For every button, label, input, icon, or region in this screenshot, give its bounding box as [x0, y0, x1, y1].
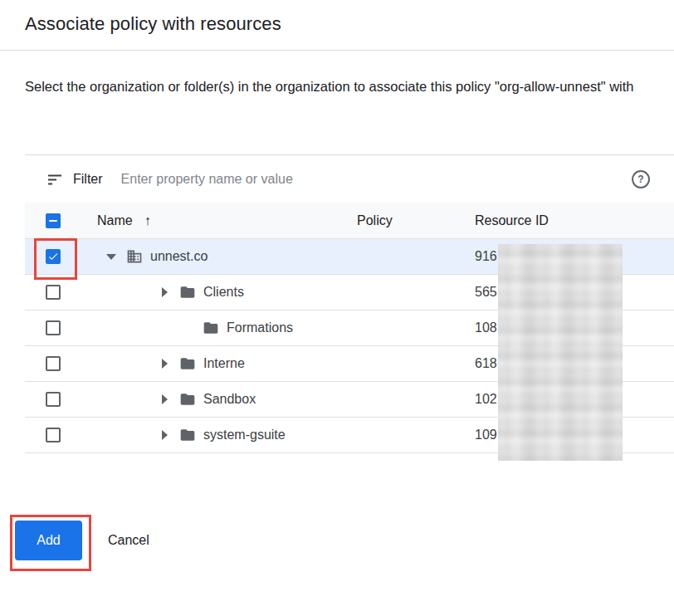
table-row[interactable]: unnest.co 916: [25, 239, 674, 275]
folder-icon: [179, 284, 196, 301]
cancel-button[interactable]: Cancel: [101, 521, 156, 560]
dialog-title: Associate policy with resources: [25, 13, 649, 35]
row-checkbox[interactable]: [46, 249, 61, 264]
row-checkbox[interactable]: [46, 392, 61, 407]
resource-id: 565: [475, 285, 497, 300]
table-row[interactable]: Sandbox 102: [25, 382, 674, 418]
table-header-row: Name ↑ Policy Resource ID: [25, 203, 674, 239]
sort-ascending-icon[interactable]: ↑: [144, 213, 151, 228]
filter-input[interactable]: [120, 171, 674, 188]
resource-name: Clients: [203, 285, 244, 300]
check-icon: [47, 251, 59, 262]
resource-id: 102: [475, 392, 497, 407]
table-row[interactable]: Interne 618: [25, 346, 674, 382]
expand-caret-icon[interactable]: [159, 287, 169, 297]
table-row[interactable]: Formations 108: [25, 310, 674, 346]
expand-caret-icon[interactable]: [159, 359, 169, 369]
folder-icon: [179, 355, 196, 372]
resource-name: Formations: [227, 320, 293, 335]
column-header-name[interactable]: Name: [97, 213, 133, 228]
select-all-cell: [25, 213, 83, 228]
folder-icon: [203, 320, 219, 336]
organization-icon: [126, 248, 143, 265]
collapse-caret-icon[interactable]: [106, 254, 116, 260]
expand-caret-icon[interactable]: [159, 394, 169, 404]
resource-table: Filter ? Name ↑ Policy Resource ID unnes…: [25, 154, 674, 453]
help-icon[interactable]: ?: [632, 170, 650, 188]
expand-caret-icon[interactable]: [159, 430, 169, 440]
resource-id: 618: [475, 356, 497, 371]
column-header-name-cell: Name ↑: [83, 213, 357, 228]
folder-icon: [179, 391, 196, 408]
resource-name: Interne: [203, 356, 245, 371]
dialog-description: Select the organization or folder(s) in …: [25, 74, 637, 99]
indeterminate-dash-icon: [49, 220, 57, 222]
resource-name: Sandbox: [203, 392, 256, 407]
filter-bar: Filter ?: [25, 154, 674, 203]
dialog-header: Associate policy with resources: [0, 0, 674, 51]
resource-name: unnest.co: [150, 249, 208, 264]
resource-id: 108: [475, 320, 497, 335]
table-row[interactable]: Clients 565: [25, 275, 674, 310]
row-checkbox[interactable]: [46, 320, 61, 335]
column-header-resource-id: Resource ID: [475, 213, 674, 228]
table-row[interactable]: system-gsuite 109: [25, 418, 674, 453]
resource-id: 916: [475, 249, 497, 264]
folder-icon: [179, 427, 196, 443]
add-button[interactable]: Add: [15, 521, 82, 560]
filter-icon: [46, 171, 63, 188]
resource-id: 109: [475, 428, 497, 442]
row-checkbox[interactable]: [46, 428, 61, 442]
resource-name: system-gsuite: [203, 428, 286, 442]
select-all-checkbox[interactable]: [46, 213, 61, 228]
column-header-policy: Policy: [357, 213, 475, 228]
filter-label: Filter: [73, 172, 103, 187]
row-checkbox[interactable]: [46, 356, 61, 371]
row-checkbox[interactable]: [46, 285, 61, 300]
